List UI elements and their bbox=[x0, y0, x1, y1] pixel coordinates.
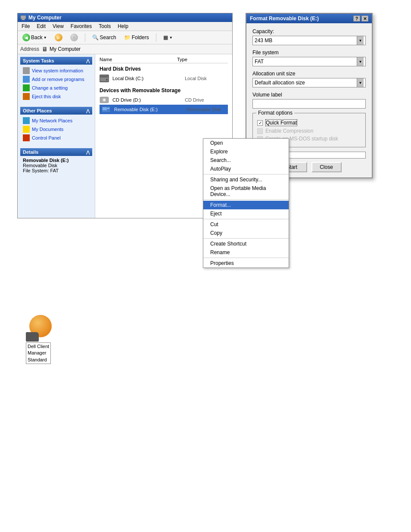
dialog-close-btn[interactable]: Close bbox=[311, 162, 342, 172]
removable-disk-type: Removable Disk bbox=[187, 107, 221, 112]
ctx-create-shortcut[interactable]: Create Shortcut bbox=[203, 240, 289, 248]
forward-button[interactable]: ▶ bbox=[53, 32, 65, 43]
window-titlebar: My Computer bbox=[18, 13, 232, 22]
panel-item-documents[interactable]: My Documents bbox=[23, 125, 90, 134]
dell-app-label[interactable]: Dell Client Manager Standard bbox=[26, 342, 51, 364]
column-headers: Name Type bbox=[100, 57, 228, 63]
details-label: Details bbox=[23, 149, 38, 155]
ctx-rename[interactable]: Rename bbox=[203, 248, 289, 257]
quick-format-label: Quick Format bbox=[265, 119, 297, 126]
allocation-label: Allocation unit size bbox=[252, 71, 366, 77]
svg-rect-1 bbox=[22, 19, 25, 20]
ctx-portable[interactable]: Open as Portable Media Device... bbox=[203, 184, 289, 199]
svg-point-5 bbox=[106, 79, 108, 81]
dialog-title-buttons: ? ✕ bbox=[353, 16, 368, 22]
dell-app-icon-wrapper[interactable] bbox=[26, 315, 56, 342]
ctx-explore[interactable]: Explore bbox=[203, 147, 289, 156]
allocation-select[interactable]: Default allocation size ▼ bbox=[252, 78, 366, 87]
back-button[interactable]: ◀ Back ▼ bbox=[20, 32, 49, 43]
ctx-format[interactable]: Format... bbox=[203, 201, 289, 209]
panel-item-eject-label: Eject this disk bbox=[32, 94, 61, 99]
panel-item-eject[interactable]: Eject this disk bbox=[23, 92, 90, 101]
cd-drive-type: CD Drive bbox=[185, 97, 204, 103]
panel-item-change-setting[interactable]: Change a setting bbox=[23, 84, 90, 92]
ctx-eject[interactable]: Eject bbox=[203, 209, 289, 218]
window-toolbar: ◀ Back ▼ ▶ ↑ 🔍 Search 📁 bbox=[18, 31, 232, 44]
local-disk-name: Local Disk (C:) bbox=[112, 76, 181, 81]
ctx-search[interactable]: Search... bbox=[203, 156, 289, 165]
capacity-dropdown-icon[interactable]: ▼ bbox=[357, 36, 364, 45]
folders-button[interactable]: 📁 Folders bbox=[122, 33, 151, 42]
menu-edit[interactable]: Edit bbox=[35, 23, 47, 30]
file-system-label: File system bbox=[252, 50, 366, 56]
cd-drive-name: CD Drive (D:) bbox=[112, 97, 181, 103]
panel-item-control-panel[interactable]: Control Panel bbox=[23, 134, 90, 142]
cd-drive-icon bbox=[100, 96, 109, 104]
right-panel: Name Type Hard Disk Drives Local Disk (C… bbox=[95, 54, 232, 218]
back-circle-icon: ◀ bbox=[22, 34, 30, 41]
forward-circle-icon: ▶ bbox=[55, 34, 62, 41]
other-places-section: Other Places ⋀ My Network Places My Docu… bbox=[20, 107, 92, 144]
local-disk-item[interactable]: Local Disk (C:) Local Disk bbox=[100, 74, 228, 83]
file-system-select[interactable]: FAT ▼ bbox=[252, 57, 366, 66]
control-panel-icon bbox=[23, 134, 30, 141]
menu-file[interactable]: File bbox=[20, 23, 31, 30]
panel-item-add-remove[interactable]: Add or remove programs bbox=[23, 75, 90, 84]
dialog-close-button[interactable]: ✕ bbox=[361, 16, 368, 22]
panel-item-view-info[interactable]: View system information bbox=[23, 66, 90, 75]
folders-icon: 📁 bbox=[124, 34, 131, 40]
up-arrow-icon: ↑ bbox=[73, 35, 75, 40]
quick-format-item: ✓ Quick Format bbox=[257, 119, 361, 126]
ctx-copy[interactable]: Copy bbox=[203, 229, 289, 237]
system-tasks-collapse-icon: ⋀ bbox=[86, 59, 90, 63]
removable-section-title: Devices with Removable Storage bbox=[100, 87, 228, 93]
address-text: My Computer bbox=[50, 46, 81, 52]
dialog-help-button[interactable]: ? bbox=[353, 16, 360, 22]
details-collapse-icon: ⋀ bbox=[86, 150, 90, 155]
details-file-system: File System: FAT bbox=[23, 168, 90, 173]
system-tasks-header[interactable]: System Tasks ⋀ bbox=[20, 57, 92, 65]
dell-app-area: Dell Client Manager Standard bbox=[26, 315, 56, 364]
search-icon: 🔍 bbox=[92, 34, 99, 40]
removable-disk-icon bbox=[101, 106, 111, 113]
view-button[interactable]: ▦ ▼ bbox=[161, 33, 175, 42]
ctx-sharing[interactable]: Sharing and Security... bbox=[203, 175, 289, 184]
capacity-select[interactable]: 243 MB ▼ bbox=[252, 36, 366, 45]
svg-rect-10 bbox=[103, 107, 107, 110]
menu-help[interactable]: Help bbox=[116, 23, 130, 30]
quick-format-checkbox[interactable]: ✓ bbox=[257, 120, 263, 126]
details-content: Removable Disk (E:) Removable Disk File … bbox=[20, 156, 92, 175]
ctx-autoplay[interactable]: AutoPlay bbox=[203, 165, 289, 173]
file-system-dropdown-icon[interactable]: ▼ bbox=[357, 57, 364, 66]
col-name-header: Name bbox=[100, 57, 177, 62]
menu-view[interactable]: View bbox=[51, 23, 65, 30]
capacity-label: Capacity: bbox=[252, 28, 366, 34]
system-tasks-content: View system information Add or remove pr… bbox=[20, 65, 92, 103]
allocation-dropdown-icon[interactable]: ▼ bbox=[357, 78, 364, 87]
address-folder-icon: 🖥 bbox=[42, 46, 48, 53]
address-value[interactable]: 🖥 My Computer bbox=[42, 46, 81, 53]
ctx-cut[interactable]: Cut bbox=[203, 220, 289, 229]
menu-favorites[interactable]: Favorites bbox=[69, 23, 93, 30]
removable-disk-item[interactable]: Removable Disk (E:) Removable Disk bbox=[100, 105, 228, 114]
details-header[interactable]: Details ⋀ bbox=[20, 148, 92, 156]
dialog-titlebar: Format Removable Disk (E:) ? ✕ bbox=[246, 14, 372, 23]
docs-icon bbox=[23, 126, 30, 133]
ctx-open[interactable]: Open bbox=[203, 139, 289, 147]
search-button[interactable]: 🔍 Search bbox=[90, 33, 118, 42]
up-button[interactable]: ↑ bbox=[68, 32, 80, 43]
local-disk-type: Local Disk bbox=[185, 76, 207, 81]
panel-item-control-panel-label: Control Panel bbox=[32, 135, 61, 140]
other-places-header[interactable]: Other Places ⋀ bbox=[20, 107, 92, 115]
other-places-collapse-icon: ⋀ bbox=[86, 109, 90, 113]
left-panel: System Tasks ⋀ View system information A… bbox=[18, 54, 95, 218]
panel-item-add-remove-label: Add or remove programs bbox=[32, 77, 84, 82]
enable-compression-checkbox[interactable] bbox=[257, 128, 263, 134]
cd-drive-item[interactable]: CD Drive (D:) CD Drive bbox=[100, 95, 228, 105]
panel-item-network[interactable]: My Network Places bbox=[23, 116, 90, 125]
volume-input[interactable] bbox=[252, 99, 366, 109]
local-disk-icon bbox=[100, 75, 109, 82]
menu-tools[interactable]: Tools bbox=[97, 23, 112, 30]
ctx-properties[interactable]: Properties bbox=[203, 259, 289, 268]
my-computer-window: My Computer File Edit View Favorites Too… bbox=[17, 13, 233, 218]
